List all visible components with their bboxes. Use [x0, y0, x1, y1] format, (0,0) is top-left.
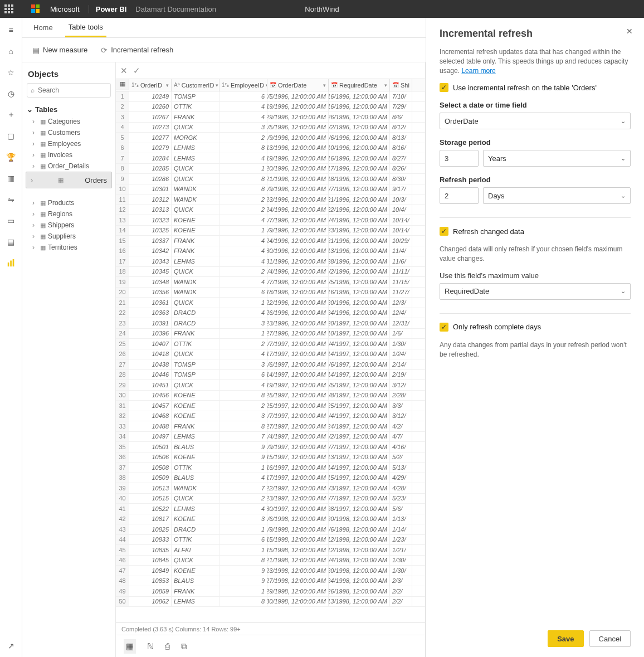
table-row[interactable]: 2910451QUICK42/19/1997, 12:00:00 AM3/5/1… [116, 380, 425, 391]
tab-home[interactable]: Home [30, 19, 56, 36]
col-orderdate[interactable]: 📅OrderDate▾ [267, 79, 329, 91]
tree-item-regions[interactable]: ›▦Regions [26, 208, 112, 220]
col-requireddate[interactable]: 📅RequiredDate▾ [329, 79, 390, 91]
tree-item-territories[interactable]: ›▦Territories [26, 242, 112, 253]
use-incremental-checkbox[interactable]: ✓Use incremental refresh on the table 'O… [440, 83, 631, 92]
table-row[interactable]: 2210363DRACD411/26/1996, 12:00:00 AM12/2… [116, 308, 425, 319]
recent-icon[interactable]: ◷ [7, 89, 16, 98]
tree-item-suppliers[interactable]: ›▦Suppliers [26, 231, 112, 242]
refresh-period-unit-select[interactable]: Days⌄ [483, 187, 631, 204]
favorites-icon[interactable]: ☆ [7, 68, 16, 77]
table-row[interactable]: 210260OTTIK47/19/1996, 12:00:00 AM8/16/1… [116, 102, 425, 113]
table-row[interactable]: 310267FRANK47/29/1996, 12:00:00 AM8/26/1… [116, 112, 425, 123]
table-row[interactable]: 510277MORGK28/9/1996, 12:00:00 AM9/6/199… [116, 133, 425, 143]
table-row[interactable]: 1410325KOENE110/9/1996, 12:00:00 AM10/23… [116, 226, 425, 236]
close-panel-icon[interactable]: ✕ [626, 27, 633, 36]
table-row[interactable]: 1710343LEHMS410/31/1996, 12:00:00 AM11/2… [116, 256, 425, 267]
table-row[interactable]: 1010301WANDK89/9/1996, 12:00:00 AM10/7/1… [116, 184, 425, 195]
current-workspace-icon[interactable] [7, 259, 16, 267]
shared-icon[interactable]: ⇋ [7, 195, 16, 204]
cancel-fx-icon[interactable]: ✕ [120, 66, 128, 76]
tree-item-customers[interactable]: ›▦Customers [26, 127, 112, 138]
chevron-down-icon[interactable]: ▾ [323, 82, 326, 88]
table-row[interactable]: 1810345QUICK211/4/1996, 12:00:00 AM12/2/… [116, 267, 425, 278]
refresh-changed-checkbox[interactable]: ✓Refresh changed data [440, 227, 631, 236]
table-row[interactable]: 3810509BLAUS44/17/1997, 12:00:00 AM5/15/… [116, 473, 425, 484]
table-row[interactable]: 3110457KOENE22/25/1997, 12:00:00 AM3/25/… [116, 401, 425, 411]
table-row[interactable]: 2510407OTTIK21/7/1997, 12:00:00 AM2/4/19… [116, 339, 425, 349]
table-row[interactable]: 4710849KOENE91/23/1998, 12:00:00 AM2/20/… [116, 566, 425, 576]
table-row[interactable]: 4310825DRACD11/9/1998, 12:00:00 AM2/6/19… [116, 524, 425, 535]
storage-period-unit-select[interactable]: Years⌄ [483, 150, 631, 167]
table-row[interactable]: 3410497LEHMS74/4/1997, 12:00:00 AM5/2/19… [116, 432, 425, 442]
tree-item-categories[interactable]: ›▦Categories [26, 116, 112, 127]
goals-icon[interactable]: 🏆 [7, 153, 16, 162]
table-row[interactable]: 3710508OTTIK14/16/1997, 12:00:00 AM5/14/… [116, 463, 425, 473]
table-row[interactable]: 4510835ALFKI11/15/1998, 12:00:00 AM2/12/… [116, 545, 425, 556]
table-row[interactable]: 2310391DRACD312/23/1996, 12:00:00 AM1/20… [116, 318, 425, 329]
table-row[interactable]: 4110522LEHMS44/30/1997, 12:00:00 AM5/28/… [116, 504, 425, 514]
tables-header[interactable]: ⌄Tables [26, 103, 112, 116]
search-input[interactable] [38, 86, 107, 94]
table-row[interactable]: 4810853BLAUS91/27/1998, 12:00:00 AM2/24/… [116, 576, 425, 587]
grid-body[interactable]: 110249TOMSP67/5/1996, 12:00:00 AM8/16/19… [116, 91, 425, 622]
learn-more-link[interactable]: Learn more [461, 67, 495, 75]
col-employeeid[interactable]: 1²₃EmployeeID▾ [219, 79, 267, 91]
table-row[interactable]: 2810446TOMSP62/14/1997, 12:00:00 AM3/14/… [116, 370, 425, 381]
table-row[interactable]: 1310323KOENE410/7/1996, 12:00:00 AM11/4/… [116, 215, 425, 226]
table-row[interactable]: 4910859FRANK11/29/1998, 12:00:00 AM2/26/… [116, 586, 425, 597]
objects-search[interactable]: ⌕ [27, 83, 111, 98]
workspaces-icon[interactable]: ▤ [7, 237, 16, 246]
storage-period-value-input[interactable]: 3 [440, 150, 479, 167]
learn-icon[interactable]: ▭ [7, 216, 16, 225]
expand-icon[interactable]: ↗ [7, 641, 16, 650]
table-row[interactable]: 1910348WANDK411/7/1996, 12:00:00 AM12/5/… [116, 277, 425, 288]
table-row[interactable]: 4610845QUICK81/21/1998, 12:00:00 AM2/4/1… [116, 556, 425, 566]
table-row[interactable]: 4210817KOENE31/6/1998, 12:00:00 AM1/20/1… [116, 514, 425, 525]
cancel-button[interactable]: Cancel [589, 630, 631, 647]
table-row[interactable]: 110249TOMSP67/5/1996, 12:00:00 AM8/16/19… [116, 91, 425, 102]
table-row[interactable]: 2610418QUICK41/17/1997, 12:00:00 AM2/14/… [116, 349, 425, 360]
tree-item-order_details[interactable]: ›▦Order_Details [26, 160, 112, 172]
table-row[interactable]: 3510501BLAUS94/9/1997, 12:00:00 AM5/7/19… [116, 442, 425, 452]
table-row[interactable]: 4410833OTTIK61/15/1998, 12:00:00 AM2/12/… [116, 535, 425, 546]
table-row[interactable]: 2110361QUICK111/22/1996, 12:00:00 AM12/2… [116, 298, 425, 308]
tab-table-tools[interactable]: Table tools [65, 18, 106, 37]
table-row[interactable]: 1110312WANDK29/23/1996, 12:00:00 AM10/21… [116, 194, 425, 205]
max-field-select[interactable]: RequiredDate⌄ [440, 283, 631, 300]
table-row[interactable]: 410273QUICK38/5/1996, 12:00:00 AM9/2/199… [116, 123, 425, 133]
col-orderid[interactable]: 1²₃OrderID▾ [129, 79, 172, 91]
table-row[interactable]: 3610506KOENE94/15/1997, 12:00:00 AM5/13/… [116, 452, 425, 463]
complete-days-checkbox[interactable]: ✓Only refresh complete days [440, 323, 631, 332]
date-field-select[interactable]: OrderDate⌄ [440, 113, 631, 129]
col-customerid[interactable]: AᵇCustomerID▾ [172, 79, 219, 91]
home-icon[interactable]: ⌂ [7, 47, 16, 56]
query-view-icon[interactable]: ℕ [147, 641, 154, 651]
tree-item-employees[interactable]: ›▦Employees [26, 138, 112, 149]
model-view-icon[interactable]: ⎙ [165, 641, 170, 651]
table-row[interactable]: 2710438TOMSP32/6/1997, 12:00:00 AM3/6/19… [116, 359, 425, 370]
data-view-icon[interactable]: ▦ [124, 639, 136, 654]
save-button[interactable]: Save [548, 630, 583, 647]
app-launcher-icon[interactable] [4, 4, 13, 13]
table-row[interactable]: 910286QUICK88/21/1996, 12:00:00 AM9/18/1… [116, 174, 425, 184]
col-shippeddate[interactable]: 📅Shi [390, 79, 412, 91]
table-row[interactable]: 810285QUICK18/20/1996, 12:00:00 AM9/17/1… [116, 164, 425, 174]
table-row[interactable]: 710284LEHMS48/19/1996, 12:00:00 AM9/16/1… [116, 153, 425, 164]
table-row[interactable]: 2410396FRANK112/27/1996, 12:00:00 AM1/10… [116, 329, 425, 339]
apps-icon[interactable]: ▥ [7, 174, 16, 183]
breadcrumb[interactable]: Datamart Documentation [135, 5, 216, 13]
tree-item-invoices[interactable]: ›▦Invoices [26, 149, 112, 160]
chevron-down-icon[interactable]: ▾ [216, 82, 218, 88]
tree-item-orders[interactable]: ›▦Orders [26, 172, 112, 188]
formula-bar[interactable]: ✕ ✓ [116, 62, 425, 79]
corner-cell[interactable]: ▦ [116, 79, 129, 90]
chevron-down-icon[interactable]: ▾ [384, 82, 387, 88]
table-row[interactable]: 3010456KOENE82/25/1997, 12:00:00 AM4/8/1… [116, 391, 425, 401]
commit-fx-icon[interactable]: ✓ [133, 66, 140, 76]
chevron-down-icon[interactable]: ▾ [166, 82, 169, 88]
table-row[interactable]: 1510337FRANK410/24/1996, 12:00:00 AM11/2… [116, 236, 425, 246]
table-row[interactable]: 3910513WANDK74/22/1997, 12:00:00 AM6/3/1… [116, 483, 425, 494]
table-row[interactable]: 4010515QUICK24/23/1997, 12:00:00 AM5/7/1… [116, 494, 425, 504]
menu-icon[interactable]: ≡ [7, 26, 16, 35]
